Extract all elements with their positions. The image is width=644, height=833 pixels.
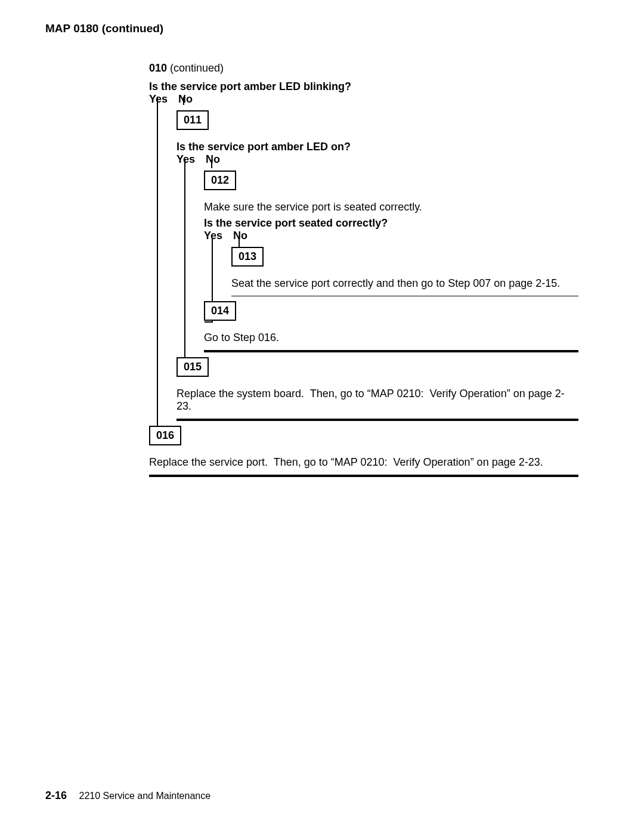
step-010: 010 (continued) xyxy=(149,62,578,75)
yes-label: Yes xyxy=(149,93,175,106)
step-014-text: Go to Step 016. xyxy=(204,332,578,344)
step-015-box: 015 xyxy=(177,357,209,377)
yes-label: Yes xyxy=(177,153,203,166)
rule xyxy=(149,475,578,477)
map-flow: 010 (continued) Is the service port ambe… xyxy=(149,62,578,477)
step-suffix: (continued) xyxy=(167,62,224,74)
no-label: No xyxy=(206,153,220,166)
rule xyxy=(231,296,578,296)
step-013-box: 013 xyxy=(231,247,264,267)
no-label: No xyxy=(233,230,247,242)
running-header: MAP 0180 (continued) xyxy=(45,22,163,35)
rule xyxy=(177,419,578,421)
step-011-box: 011 xyxy=(177,110,209,130)
question-3: Is the service port seated correctly? xyxy=(204,217,578,230)
footer: 2-16 2210 Service and Maintenance xyxy=(45,789,210,802)
no-label: No xyxy=(178,93,193,106)
step-014-box: 014 xyxy=(204,301,236,321)
step-number: 010 xyxy=(149,62,167,74)
rule xyxy=(204,350,578,352)
question-2: Is the service port amber LED on? xyxy=(177,141,578,153)
step-016-box: 016 xyxy=(149,426,181,445)
question-1: Is the service port amber LED blinking? xyxy=(149,80,578,93)
step-016-text: Replace the service port. Then, go to “M… xyxy=(149,456,578,469)
yes-no-3: Yes No xyxy=(204,230,578,242)
step-015-text: Replace the system board. Then, go to “M… xyxy=(177,388,578,413)
yes-no-1: Yes No xyxy=(149,93,578,106)
step-012-box: 012 xyxy=(204,171,236,190)
step-013-text: Seat the service port correctly and then… xyxy=(231,277,578,290)
yes-label: Yes xyxy=(204,230,230,242)
yes-no-2: Yes No xyxy=(177,153,578,166)
page-number: 2-16 xyxy=(45,789,67,801)
step-012-text: Make sure the service port is seated cor… xyxy=(204,201,578,213)
manual-title: 2210 Service and Maintenance xyxy=(79,791,210,801)
